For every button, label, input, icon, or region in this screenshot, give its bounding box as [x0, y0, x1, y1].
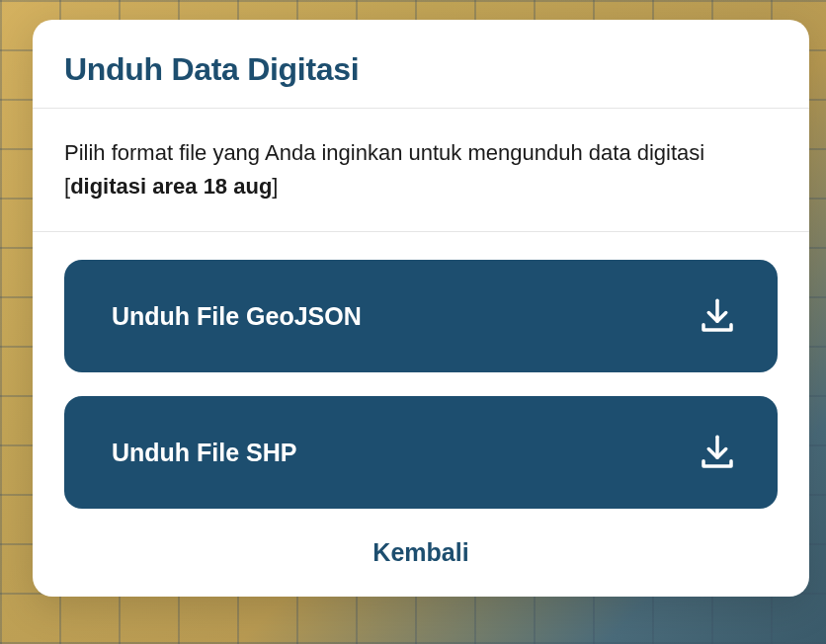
modal-title: Unduh Data Digitasi	[64, 51, 778, 88]
back-button[interactable]: Kembali	[64, 534, 778, 571]
download-modal: Unduh Data Digitasi Pilih format file ya…	[33, 20, 809, 597]
modal-header: Unduh Data Digitasi	[33, 20, 809, 109]
modal-body: Unduh File GeoJSON Unduh File SHP Kembal…	[33, 232, 809, 597]
description-strong: digitasi area 18 aug	[70, 174, 272, 199]
download-geojson-label: Unduh File GeoJSON	[112, 302, 362, 331]
download-icon	[697, 432, 738, 473]
download-shp-button[interactable]: Unduh File SHP	[64, 396, 778, 509]
download-icon	[697, 295, 738, 337]
description-suffix: ]	[272, 174, 278, 199]
description-text: Pilih format file yang Anda inginkan unt…	[64, 136, 778, 203]
modal-description: Pilih format file yang Anda inginkan unt…	[33, 109, 809, 232]
download-geojson-button[interactable]: Unduh File GeoJSON	[64, 260, 778, 372]
download-shp-label: Unduh File SHP	[112, 439, 297, 467]
